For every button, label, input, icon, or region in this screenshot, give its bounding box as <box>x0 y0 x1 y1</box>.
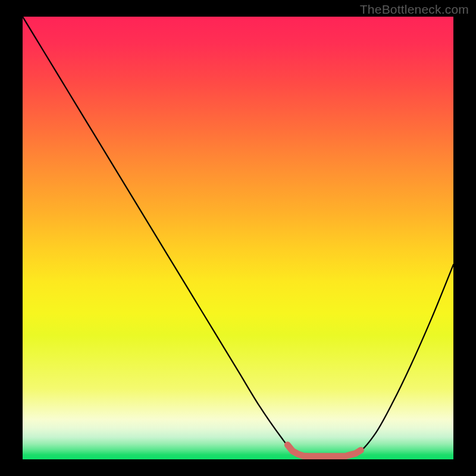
accent-segment-path <box>287 445 361 456</box>
chart-frame: TheBottleneck.com <box>0 0 476 476</box>
watermark-label: TheBottleneck.com <box>360 2 469 17</box>
plot-area <box>23 17 453 459</box>
accent-layer <box>23 17 453 459</box>
